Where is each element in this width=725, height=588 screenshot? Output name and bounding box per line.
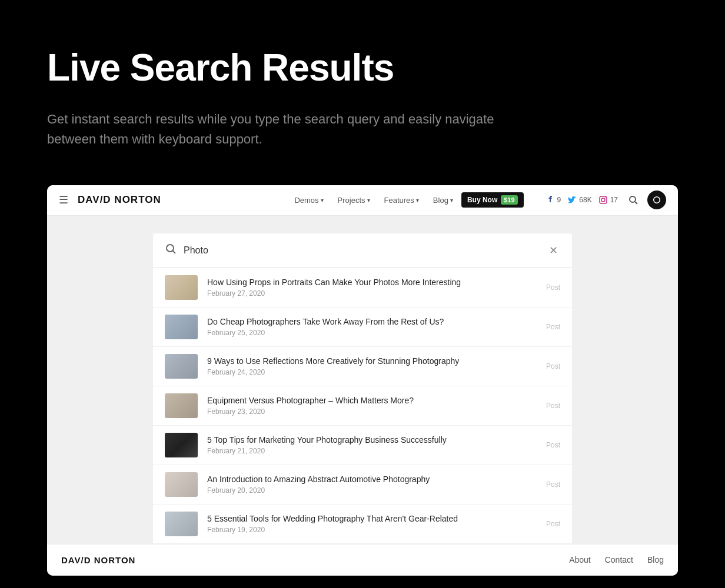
result-info: 9 Ways to Use Reflections More Creativel… bbox=[207, 356, 537, 376]
nav-menu: Demos ▾ Projects ▾ Features ▾ Blog ▾ Buy… bbox=[288, 192, 523, 208]
instagram-icon bbox=[598, 195, 608, 205]
result-thumbnail bbox=[165, 275, 198, 300]
chevron-down-icon: ▾ bbox=[367, 197, 370, 203]
search-clear-button[interactable]: ✕ bbox=[547, 242, 560, 259]
svg-point-1 bbox=[601, 198, 605, 202]
result-info: Equipment Versus Photographer – Which Ma… bbox=[207, 395, 537, 416]
search-result-item[interactable]: 5 Essential Tools for Wedding Photograph… bbox=[153, 505, 572, 544]
result-type-label: Post bbox=[546, 480, 560, 489]
result-type-label: Post bbox=[546, 362, 560, 370]
search-button[interactable] bbox=[624, 191, 643, 209]
search-result-item[interactable]: Equipment Versus Photographer – Which Ma… bbox=[153, 386, 572, 426]
result-thumbnail bbox=[165, 472, 198, 497]
chevron-down-icon: ▾ bbox=[450, 197, 453, 203]
result-type-label: Post bbox=[546, 323, 560, 331]
result-info: Do Cheap Photographers Take Work Away Fr… bbox=[207, 316, 537, 337]
svg-point-3 bbox=[630, 196, 636, 202]
result-type-label: Post bbox=[546, 441, 560, 449]
result-title: 5 Essential Tools for Wedding Photograph… bbox=[207, 513, 537, 524]
search-result-item[interactable]: Do Cheap Photographers Take Work Away Fr… bbox=[153, 308, 572, 347]
result-type-label: Post bbox=[546, 520, 560, 528]
browser-navbar: ☰ DAV/D NORTON Demos ▾ Projects ▾ Featur… bbox=[47, 185, 678, 216]
dark-mode-toggle[interactable] bbox=[647, 191, 666, 209]
svg-rect-0 bbox=[600, 196, 607, 203]
result-info: How Using Props in Portraits Can Make Yo… bbox=[207, 277, 537, 298]
result-thumbnail bbox=[165, 512, 198, 536]
search-box-container: Photo ✕ bbox=[153, 233, 572, 268]
footer-nav: AboutContactBlog bbox=[569, 555, 664, 564]
result-thumbnail bbox=[165, 393, 198, 418]
result-info: An Introduction to Amazing Abstract Auto… bbox=[207, 474, 537, 495]
nav-item-projects[interactable]: Projects ▾ bbox=[332, 192, 376, 208]
nav-item-features[interactable]: Features ▾ bbox=[378, 192, 425, 208]
nav-logo[interactable]: DAV/D NORTON bbox=[78, 194, 161, 206]
hero-subtitle: Get instant search results while you typ… bbox=[47, 109, 518, 149]
result-title: An Introduction to Amazing Abstract Auto… bbox=[207, 474, 537, 485]
result-title: Do Cheap Photographers Take Work Away Fr… bbox=[207, 316, 537, 327]
footer-nav-item[interactable]: About bbox=[569, 555, 591, 564]
search-results-list: How Using Props in Portraits Can Make Yo… bbox=[153, 268, 572, 544]
result-info: 5 Essential Tools for Wedding Photograph… bbox=[207, 513, 537, 534]
result-title: 5 Top Tips for Marketing Your Photograph… bbox=[207, 435, 537, 445]
result-title: How Using Props in Portraits Can Make Yo… bbox=[207, 277, 537, 288]
svg-line-4 bbox=[635, 202, 637, 204]
nav-item-demos[interactable]: Demos ▾ bbox=[288, 192, 329, 208]
svg-point-5 bbox=[167, 245, 174, 252]
search-result-item[interactable]: An Introduction to Amazing Abstract Auto… bbox=[153, 465, 572, 505]
result-date: February 27, 2020 bbox=[207, 289, 537, 298]
footer-nav-item[interactable]: Blog bbox=[647, 555, 664, 564]
hero-section: Live Search Results Get instant search r… bbox=[0, 0, 725, 185]
search-area: Photo ✕ How Using Props in Portraits Can… bbox=[47, 216, 678, 544]
result-date: February 21, 2020 bbox=[207, 447, 537, 455]
result-date: February 20, 2020 bbox=[207, 486, 537, 495]
search-input-row: Photo ✕ bbox=[153, 233, 572, 268]
footer-logo: DAV/D NORTON bbox=[61, 555, 569, 565]
svg-line-6 bbox=[173, 251, 176, 254]
search-result-item[interactable]: How Using Props in Portraits Can Make Yo… bbox=[153, 268, 572, 308]
nav-social: 9 68K 17 bbox=[545, 195, 618, 205]
buy-now-button[interactable]: Buy Now $19 bbox=[461, 192, 524, 208]
footer-nav-item[interactable]: Contact bbox=[605, 555, 633, 564]
hero-title: Live Search Results bbox=[47, 47, 678, 88]
result-date: February 19, 2020 bbox=[207, 526, 537, 534]
facebook-social[interactable]: 9 bbox=[545, 195, 561, 205]
browser-mockup: ☰ DAV/D NORTON Demos ▾ Projects ▾ Featur… bbox=[47, 185, 678, 576]
result-thumbnail bbox=[165, 315, 198, 339]
result-date: February 25, 2020 bbox=[207, 329, 537, 337]
result-title: 9 Ways to Use Reflections More Creativel… bbox=[207, 356, 537, 366]
chevron-down-icon: ▾ bbox=[321, 197, 324, 203]
nav-item-blog[interactable]: Blog ▾ bbox=[427, 192, 459, 208]
result-date: February 23, 2020 bbox=[207, 407, 537, 416]
result-title: Equipment Versus Photographer – Which Ma… bbox=[207, 395, 537, 406]
result-date: February 24, 2020 bbox=[207, 368, 537, 376]
instagram-social[interactable]: 17 bbox=[598, 195, 618, 205]
result-type-label: Post bbox=[546, 402, 560, 410]
browser-footer: DAV/D NORTON AboutContactBlog bbox=[47, 544, 678, 576]
search-icon bbox=[165, 243, 177, 258]
chevron-down-icon: ▾ bbox=[416, 197, 419, 203]
result-thumbnail bbox=[165, 433, 198, 457]
search-result-item[interactable]: 9 Ways to Use Reflections More Creativel… bbox=[153, 347, 572, 386]
nav-icons bbox=[624, 191, 666, 209]
facebook-icon bbox=[545, 195, 556, 205]
twitter-icon bbox=[567, 195, 577, 205]
result-type-label: Post bbox=[546, 283, 560, 292]
search-query-text[interactable]: Photo bbox=[184, 245, 547, 256]
hamburger-icon[interactable]: ☰ bbox=[59, 193, 68, 206]
result-thumbnail bbox=[165, 354, 198, 379]
svg-point-2 bbox=[604, 198, 606, 199]
result-info: 5 Top Tips for Marketing Your Photograph… bbox=[207, 435, 537, 455]
search-result-item[interactable]: 5 Top Tips for Marketing Your Photograph… bbox=[153, 426, 572, 465]
twitter-social[interactable]: 68K bbox=[567, 195, 591, 205]
